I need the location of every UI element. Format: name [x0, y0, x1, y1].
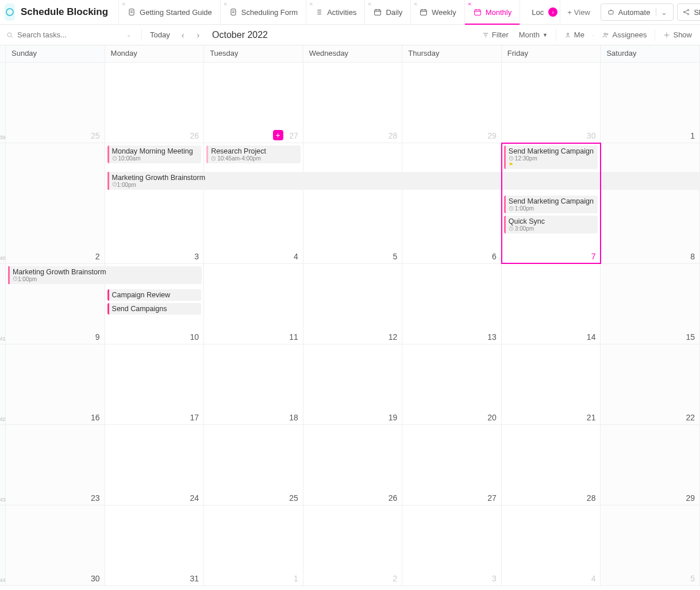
day-cell[interactable]: 17 [105, 344, 205, 424]
automate-button[interactable]: Automate ⌄ [601, 3, 674, 21]
day-cell[interactable]: Monday Morning Meeting 10:00am 3 [105, 143, 205, 263]
calendar-icon [473, 7, 482, 17]
tab-label: Monthly [486, 8, 512, 17]
pin-icon: ⇱ [224, 2, 228, 7]
svg-point-12 [567, 33, 568, 35]
assignees-filter[interactable]: Assignees [600, 30, 649, 39]
day-cell[interactable]: + 27 [204, 63, 303, 143]
event-block[interactable]: Quick Sync 3:00pm [504, 216, 598, 233]
doc-icon [127, 7, 136, 17]
day-cell[interactable]: 24 [105, 425, 205, 505]
day-cell[interactable]: 6 [402, 143, 502, 263]
day-cell[interactable]: 25 [6, 63, 105, 143]
current-month-label: October 2022 [212, 30, 268, 40]
pin-icon: ⇱ [122, 2, 126, 7]
event-block[interactable]: Research Project 10:45am-4:00pm [206, 145, 301, 163]
day-cell[interactable]: 20 [402, 344, 502, 424]
tab-getting-started[interactable]: ⇱ Getting Started Guide [118, 0, 220, 24]
day-cell[interactable]: 5 [303, 143, 403, 263]
day-cell[interactable]: 21 [502, 344, 601, 424]
day-cell[interactable]: 30 [6, 505, 105, 585]
week-number: 42 [0, 344, 6, 424]
day-cell[interactable]: 13 [402, 264, 502, 344]
day-cell[interactable]: 1 [601, 63, 700, 143]
event-block[interactable]: Monday Morning Meeting 10:00am [107, 145, 202, 163]
day-cell[interactable]: 22 [601, 344, 700, 424]
day-cell[interactable]: 5 [601, 505, 700, 585]
day-cell[interactable]: 25 [204, 425, 303, 505]
chevron-down-icon[interactable]: ⌄ [126, 32, 131, 38]
day-cell[interactable]: 30 [502, 63, 601, 143]
clock-icon [112, 182, 117, 187]
share-button[interactable]: Sh [677, 3, 700, 21]
week-row: 40 2 Monday Morning Meeting 10:00am 3 Re… [0, 143, 700, 264]
event-block-spanning[interactable]: Marketing Growth Brainstorm 1:00pm [8, 266, 202, 284]
day-cell[interactable]: 28 [303, 63, 403, 143]
tab-scheduling-form[interactable]: ⇱ Scheduling Form [220, 0, 306, 24]
day-cell-today[interactable]: Send Marketing Campaign 12:30pm ⚑ Send M… [502, 143, 601, 263]
next-month-button[interactable]: › [193, 30, 203, 40]
search-input[interactable] [17, 30, 103, 39]
day-cell[interactable]: 29 [601, 425, 700, 505]
today-button[interactable]: Today [148, 30, 172, 39]
prev-month-button[interactable]: ‹ [178, 30, 188, 40]
day-cell[interactable]: 1 [204, 505, 303, 585]
day-cell[interactable]: Research Project 10:45am-4:00pm 4 [204, 143, 303, 263]
event-block-spanning[interactable]: Marketing Growth Brainstorm 1:00pm [107, 172, 700, 190]
show-button[interactable]: Show [661, 30, 694, 39]
day-cell[interactable]: 26 [303, 425, 403, 505]
day-cell[interactable]: 19 [303, 344, 403, 424]
tab-monthly[interactable]: ⇱ Monthly [464, 0, 520, 24]
week-row: 39 25 26 + 27 28 29 30 1 [0, 63, 700, 143]
tab-activities[interactable]: ⇱ Activities [306, 0, 364, 24]
day-cell[interactable]: 28 [502, 425, 601, 505]
list-icon [314, 7, 324, 17]
day-cell[interactable]: 14 [502, 264, 601, 344]
event-block[interactable]: Send Campaigns [107, 303, 202, 315]
view-tabs: ⇱ Getting Started Guide ⇱ Scheduling For… [118, 0, 597, 24]
settings-icon [663, 32, 670, 39]
search-input-wrapper[interactable] [6, 30, 121, 39]
doc-icon [229, 7, 238, 17]
day-cell[interactable]: 2 [6, 143, 105, 263]
day-cell[interactable]: 12 [303, 264, 403, 344]
day-cell[interactable]: 4 [502, 505, 601, 585]
period-dropdown[interactable]: Month ▼ [517, 30, 550, 39]
day-header-tue: Tuesday [204, 45, 303, 62]
day-cell[interactable]: 29 [402, 63, 502, 143]
day-cell[interactable]: 15 [601, 264, 700, 344]
event-block[interactable]: Send Marketing Campaign 1:00pm [504, 196, 598, 213]
svg-point-8 [684, 12, 685, 13]
calendar-grid: Sunday Monday Tuesday Wednesday Thursday… [0, 45, 700, 590]
page-title: Schedule Blocking [21, 6, 108, 18]
day-cell[interactable]: 3 [402, 505, 502, 585]
tab-weekly[interactable]: ⇱ Weekly [410, 0, 464, 24]
filter-button[interactable]: Filter [480, 30, 511, 39]
week-number: 41 [0, 264, 6, 344]
add-event-button[interactable]: + [273, 130, 283, 140]
tab-daily[interactable]: ⇱ Daily [364, 0, 410, 24]
event-block[interactable]: Campaign Review [107, 289, 202, 301]
add-view-button[interactable]: + View [560, 0, 597, 24]
week-number: 43 [0, 425, 6, 505]
day-cell[interactable]: 11 [204, 264, 303, 344]
clock-icon [13, 276, 18, 281]
app-logo[interactable] [5, 3, 15, 21]
flag-icon: ⚑ [509, 162, 595, 167]
day-cell[interactable]: 8 [601, 143, 700, 263]
day-cell[interactable]: 16 [6, 344, 105, 424]
day-cell[interactable]: 23 [6, 425, 105, 505]
day-cell[interactable]: 2 [303, 505, 403, 585]
me-filter[interactable]: Me [562, 30, 587, 39]
weeks-container: 39 25 26 + 27 28 29 30 1 40 2 Monday Mor… [0, 63, 700, 590]
scroll-right-icon[interactable]: › [548, 7, 557, 17]
day-cell[interactable]: 26 [105, 63, 205, 143]
tab-location[interactable]: Loc › [520, 0, 560, 24]
search-icon [6, 31, 14, 39]
svg-rect-3 [375, 10, 381, 15]
event-block[interactable]: Send Marketing Campaign 12:30pm ⚑ [504, 145, 598, 169]
day-cell[interactable]: 27 [402, 425, 502, 505]
day-cell[interactable]: 18 [204, 344, 303, 424]
day-cell[interactable]: 31 [105, 505, 205, 585]
pin-icon: ⇱ [310, 2, 313, 7]
